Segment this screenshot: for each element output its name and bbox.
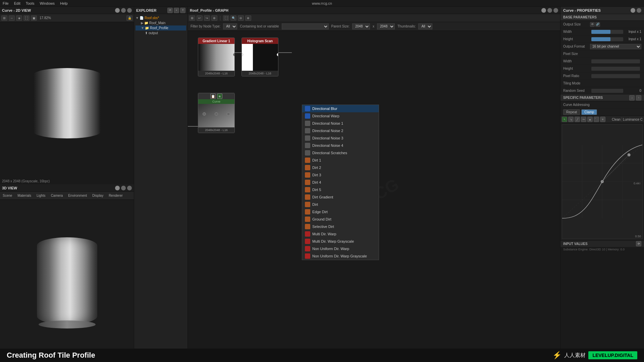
menu-edit[interactable]: Edit (14, 1, 20, 5)
dropdown-directional-noise1[interactable]: Directional Noise 1 (302, 120, 379, 127)
addr-clamp-btn[interactable]: Clamp (581, 109, 597, 115)
graph-close[interactable] (553, 8, 558, 13)
pixel-height-slider[interactable] (591, 67, 640, 71)
dropdown-edge-dirt[interactable]: Edge Dirt (302, 208, 379, 216)
output-size-reset[interactable]: ⟳ (590, 22, 595, 27)
toolbar-btn-lock[interactable]: 🔒 (126, 15, 132, 21)
node-histogram-out[interactable] (277, 53, 278, 56)
dropdown-non-uniform-warp-gray[interactable]: Non Uniform Dir. Warp Grayscale (302, 252, 379, 260)
toolbar-btn-3[interactable]: ◈ (16, 15, 22, 21)
dropdown-ground-dirt[interactable]: Ground Dirt (302, 216, 379, 223)
toolbar-btn-5[interactable]: ▣ (31, 15, 37, 21)
graph-tb-2[interactable]: ↩ (197, 15, 203, 21)
dropdown-multi-dir-warp[interactable]: Multi Dir. Warp (302, 230, 379, 238)
specific-icon-1[interactable]: ↓ (629, 95, 635, 101)
graph-maximize[interactable] (547, 8, 552, 13)
view3d-minimize[interactable] (115, 186, 120, 190)
menu-windows[interactable]: Windows (40, 1, 55, 5)
node-histogram[interactable]: Histogram Scan 2048x2048 - L16 (241, 38, 278, 76)
toolbar-btn-4[interactable]: ⛶ (23, 15, 30, 21)
curve-tb-2[interactable]: ↘ (568, 117, 574, 122)
filter-type-select[interactable]: All (223, 23, 237, 29)
dropdown-dirt[interactable]: Dirt (302, 201, 379, 208)
dropdown-selective-dirt[interactable]: Selective Dirt (302, 223, 379, 230)
curve-tb-7[interactable]: ≡ (600, 117, 605, 122)
curve-conn-3[interactable] (227, 112, 230, 116)
graph-minimize[interactable] (541, 8, 546, 13)
view2d-minimize[interactable] (115, 8, 120, 13)
input-icon-reset[interactable]: ⟳ (636, 241, 641, 246)
nav-materials[interactable]: Materials (16, 193, 33, 198)
dropdown-dirt1[interactable]: Dirt 1 (302, 157, 379, 164)
containing-select[interactable] (282, 23, 329, 29)
curve-conn-1[interactable] (203, 112, 206, 116)
parent-size-select2[interactable]: 2048 (377, 23, 395, 29)
graph-tb-6[interactable]: 🔍 (230, 15, 236, 21)
output-width-slider[interactable] (591, 30, 623, 34)
view3d-maximize[interactable] (121, 186, 126, 190)
pixel-ratio-slider[interactable] (591, 74, 640, 78)
curve-tb-5[interactable]: ▲ (587, 117, 593, 122)
graph-tb-4[interactable]: ⊕ (211, 15, 217, 21)
dropdown-directional-blur[interactable]: Directional Blur (302, 105, 379, 112)
output-format-select[interactable]: 16 bit per channel (590, 44, 641, 49)
graph-tb-8[interactable]: ⊕ (245, 15, 251, 21)
view2d-close[interactable] (127, 8, 132, 13)
view2d-maximize[interactable] (121, 8, 126, 13)
curve-tb-1[interactable]: ↖ (562, 117, 567, 122)
curve-tb-6[interactable]: ⬛ (594, 117, 599, 122)
graph-tb-7[interactable]: ⊖ (238, 15, 244, 21)
dropdown-directional-noise4[interactable]: Directional Noise 4 (302, 142, 379, 149)
graph-tb-1[interactable]: ⊞ (189, 15, 195, 21)
node-curve[interactable]: 📋 ≈ Curve 2048x2048 - L16 (198, 93, 235, 133)
random-seed-slider[interactable] (591, 89, 623, 93)
nav-display[interactable]: Display (91, 193, 105, 198)
curve-conn-2[interactable] (215, 112, 218, 116)
pixel-width-slider[interactable] (591, 59, 640, 63)
dropdown-dirt3[interactable]: Dirt 3 (302, 171, 379, 179)
dropdown-dirt2[interactable]: Dirt 2 (302, 164, 379, 171)
node-gradient-out[interactable] (233, 53, 235, 56)
menu-help[interactable]: Help (60, 1, 68, 5)
node-gradient-linear[interactable]: Gradient Linear 1 2048x2048 - L16 (198, 38, 235, 76)
nav-scene[interactable]: Scene (1, 193, 13, 198)
graph-tb-3[interactable]: ↪ (204, 15, 210, 21)
tree-roof-sbs[interactable]: ▼ 📄 Roof.sbs* (136, 15, 186, 20)
explorer-icon-3[interactable]: ⇑ (180, 8, 185, 13)
dropdown-directional-noise3[interactable]: Directional Noise 3 (302, 134, 379, 142)
nav-environment[interactable]: Environment (67, 193, 88, 198)
dropdown-directional-warp[interactable]: Directional Warp (302, 112, 379, 120)
props-minimize[interactable] (631, 8, 635, 13)
props-close[interactable] (637, 8, 641, 13)
thumbnail-select[interactable]: All (418, 23, 432, 29)
tree-roof-main[interactable]: ▶ 📁 Roof_Main (136, 20, 186, 25)
curve-tb-4[interactable]: 〜 (581, 117, 586, 122)
nav-camera[interactable]: Camera (50, 193, 64, 198)
toolbar-btn-2[interactable]: ↔ (9, 15, 15, 21)
tree-output[interactable]: ⬆ output (136, 31, 186, 36)
dropdown-directional-scratches[interactable]: Directional Scratches (302, 149, 379, 157)
curve-editor[interactable]: 0.44↑ 0.50 (562, 124, 643, 239)
specific-icon-2[interactable]: ↑ (636, 95, 641, 101)
explorer-icon-1[interactable]: ⟳ (167, 8, 173, 13)
curve-tb-3[interactable]: ╱ (575, 117, 580, 122)
output-height-slider[interactable] (591, 37, 623, 41)
dropdown-dirt4[interactable]: Dirt 4 (302, 179, 379, 186)
dropdown-dirt-gradient[interactable]: Dirt Gradient (302, 193, 379, 201)
nav-lights[interactable]: Lights (35, 193, 47, 198)
menu-file[interactable]: File (3, 1, 9, 5)
dropdown-dirt5[interactable]: Dirt 5 (302, 186, 379, 193)
output-size-link[interactable]: 🔗 (595, 22, 600, 27)
graph-tb-5[interactable]: ⛶ (223, 15, 229, 21)
dropdown-non-uniform-warp[interactable]: Non Uniform Dir. Warp (302, 245, 379, 252)
nav-renderer[interactable]: Renderer (107, 193, 124, 198)
explorer-icon-2[interactable]: + (174, 8, 179, 13)
menu-tools[interactable]: Tools (26, 1, 35, 5)
addr-repeat-btn[interactable]: Repeat (563, 109, 580, 115)
parent-size-select[interactable]: 2048 (352, 23, 370, 29)
view3d-close[interactable] (127, 186, 132, 190)
tree-roof-profile[interactable]: ▼ 📁 Roof_Profile (136, 25, 186, 31)
dropdown-directional-noise2[interactable]: Directional Noise 2 (302, 127, 379, 134)
dropdown-multi-dir-warp-gray[interactable]: Multi Dir. Warp Grayscale (302, 238, 379, 245)
toolbar-btn-1[interactable]: ⊞ (1, 15, 7, 21)
